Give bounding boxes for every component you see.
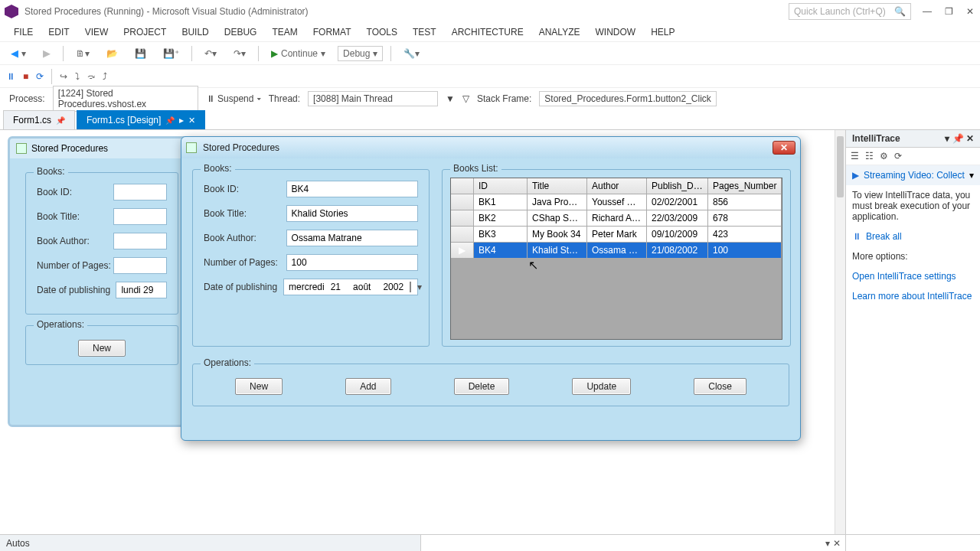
pin-icon[interactable]: 📌: [56, 116, 65, 125]
update-button[interactable]: Update: [572, 378, 631, 395]
window-title: Stored Procedures (Running) - Microsoft …: [24, 6, 309, 17]
learn-more-link[interactable]: Learn more about IntelliTrace: [852, 291, 972, 302]
field-date[interactable]: lundi 29: [116, 282, 167, 298]
stream-label[interactable]: Streaming Video: Collect: [864, 170, 965, 181]
col-date[interactable]: Publish_Date: [647, 178, 708, 194]
label-pages: Number of Pages:: [204, 257, 286, 268]
stream-icon: ▶: [852, 170, 859, 181]
stop-icon[interactable]: ■: [23, 71, 28, 82]
break-icon: ⏸: [852, 231, 861, 242]
close-button[interactable]: ✕: [965, 6, 975, 17]
dropdown-icon[interactable]: ▾: [945, 133, 949, 144]
menu-view[interactable]: VIEW: [77, 24, 116, 41]
menu-build[interactable]: BUILD: [174, 24, 216, 41]
minimize-button[interactable]: —: [922, 6, 933, 17]
process-bar: Process: [1224] Stored Procedures.vshost…: [0, 87, 980, 109]
tab-form1-cs[interactable]: Form1.cs 📌: [3, 110, 75, 129]
menu-project[interactable]: PROJECT: [116, 24, 174, 41]
break-all-link[interactable]: Break all: [866, 231, 902, 242]
menu-test[interactable]: TEST: [405, 24, 444, 41]
preview-icon[interactable]: ▸: [179, 115, 184, 126]
menu-help[interactable]: HELP: [643, 24, 682, 41]
col-title[interactable]: Title: [528, 178, 587, 194]
table-row[interactable]: ▶BK4Khalid StoriesOssama Ma…21/08/200210…: [451, 243, 782, 259]
undo-icon[interactable]: ↶▾: [200, 47, 221, 60]
panel-title: IntelliTrace: [852, 133, 900, 144]
tools-icon[interactable]: 🔧▾: [399, 47, 424, 60]
menu-window[interactable]: WINDOW: [587, 24, 643, 41]
add-button[interactable]: Add: [345, 378, 390, 395]
input-book-author[interactable]: [286, 230, 418, 246]
configuration-combo[interactable]: Debug ▾: [338, 46, 383, 61]
tree-icon[interactable]: ☷: [865, 151, 874, 161]
col-author[interactable]: Author: [587, 178, 647, 194]
step-over-icon[interactable]: ⤼: [87, 71, 95, 82]
menu-analyze[interactable]: ANALYZE: [531, 24, 588, 41]
step-into-icon[interactable]: ⤵: [75, 71, 80, 82]
filter-icon[interactable]: ▼: [446, 93, 455, 104]
open-icon[interactable]: 📂: [102, 47, 122, 60]
chevron-down-icon[interactable]: ▾: [969, 170, 974, 181]
input-book-title[interactable]: [286, 205, 418, 222]
suspend-button[interactable]: ⏸ Suspend ▾: [206, 93, 261, 104]
stack-label: Stack Frame:: [477, 93, 531, 104]
continue-button[interactable]: ▶ Continue ▾: [266, 47, 330, 60]
table-row[interactable]: BK2CShap Spec…Richard Alex22/03/2009678: [451, 210, 782, 227]
table-row[interactable]: BK1Java Progra…Youssef Ro…02/02/2001856: [451, 194, 782, 210]
redo-icon[interactable]: ↷▾: [229, 47, 250, 60]
field-pages[interactable]: [113, 257, 167, 274]
col-pages[interactable]: Pages_Number: [708, 178, 782, 194]
step-out-icon[interactable]: ⤴: [103, 71, 107, 82]
new-project-icon[interactable]: 🗎▾: [71, 47, 94, 60]
label-id: Book ID:: [37, 187, 113, 197]
input-date[interactable]: mercredi 21 août 2002 ▾: [283, 279, 418, 295]
quick-launch[interactable]: Quick Launch (Ctrl+Q) 🔍: [789, 3, 911, 20]
window-close-button[interactable]: ✕: [773, 141, 795, 155]
save-icon[interactable]: 💾: [130, 47, 151, 60]
calendar-icon[interactable]: [410, 282, 411, 292]
table-row[interactable]: BK3My Book 34Peter Mark09/10/2009423: [451, 227, 782, 243]
menu-team[interactable]: TEAM: [264, 24, 305, 41]
menu-debug[interactable]: DEBUG: [217, 24, 265, 41]
close-icon[interactable]: ✕: [833, 538, 841, 549]
dropdown-icon[interactable]: ▾: [825, 538, 830, 549]
new-button[interactable]: New: [78, 340, 126, 357]
open-settings-link[interactable]: Open IntelliTrace settings: [852, 271, 956, 282]
pin-icon[interactable]: 📌: [952, 133, 964, 144]
restart-icon[interactable]: ⟳: [36, 71, 44, 82]
process-combo[interactable]: [1224] Stored Procedures.vshost.ex: [53, 86, 198, 112]
stack-combo[interactable]: Stored_Procedures.Form1.button2_Click: [539, 91, 717, 106]
field-id[interactable]: [113, 184, 167, 201]
field-author[interactable]: [113, 233, 167, 249]
input-book-id[interactable]: [286, 181, 418, 197]
list-icon[interactable]: ☰: [851, 151, 859, 161]
field-title[interactable]: [113, 208, 167, 225]
step-icon[interactable]: ↪: [60, 71, 67, 82]
thread-combo[interactable]: [3088] Main Thread: [308, 91, 438, 106]
menu-format[interactable]: FORMAT: [305, 24, 359, 41]
filter2-icon[interactable]: ▽: [462, 93, 469, 104]
books-grid[interactable]: ID Title Author Publish_Date Pages_Numbe…: [450, 178, 782, 340]
close-panel-icon[interactable]: ✕: [966, 133, 974, 144]
save-all-icon[interactable]: 💾⁺: [158, 47, 184, 60]
refresh-icon[interactable]: ⟳: [894, 151, 902, 161]
close-tab-icon[interactable]: ✕: [188, 116, 195, 126]
pause-icon[interactable]: ⏸: [6, 71, 15, 82]
restore-button[interactable]: ❐: [943, 6, 954, 17]
new-button[interactable]: New: [235, 378, 283, 395]
tab-form1-design[interactable]: Form1.cs [Design] 📌 ▸ ✕: [77, 110, 205, 129]
chevron-down-icon[interactable]: ▾: [417, 282, 422, 292]
col-id[interactable]: ID: [474, 178, 528, 194]
delete-button[interactable]: Delete: [454, 378, 510, 395]
nav-forward-button[interactable]: ▶: [38, 46, 55, 60]
input-pages[interactable]: [286, 254, 418, 271]
menu-tools[interactable]: TOOLS: [359, 24, 405, 41]
pin-icon[interactable]: 📌: [165, 116, 175, 125]
gear-icon[interactable]: ⚙: [880, 151, 888, 161]
menu-edit[interactable]: EDIT: [41, 24, 77, 41]
menu-file[interactable]: FILE: [6, 24, 41, 41]
editor-scrollbar[interactable]: [835, 130, 845, 534]
close-button[interactable]: Close: [694, 378, 746, 395]
menu-architecture[interactable]: ARCHITECTURE: [444, 24, 531, 41]
nav-back-button[interactable]: ◀▾: [6, 46, 31, 60]
